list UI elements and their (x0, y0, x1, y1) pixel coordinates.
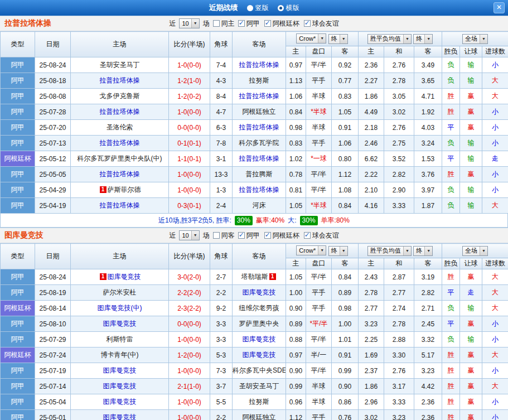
match-count-select[interactable]: 10▼ (179, 18, 199, 28)
europe-avg-select[interactable]: 胜平负均值▼ (367, 246, 412, 256)
layout-radio-option[interactable]: 横版 (278, 3, 299, 13)
match-date: 25-08-24 (35, 269, 71, 285)
europe-final-select[interactable]: 终▼ (413, 34, 433, 44)
asia-home-odds: 1.13 (286, 73, 306, 89)
summary-bar: 近10场,胜3平2负5, 胜率: 30% 赢率:40% 大: 30% 单率:80… (0, 214, 508, 228)
col-header-corner: 角球 (210, 244, 233, 269)
team-name: 图库曼竞技 (103, 413, 137, 420)
checkbox-icon[interactable] (213, 232, 220, 239)
filter-league[interactable]: 阿甲 (238, 19, 260, 28)
filter-games-label: 场 (203, 231, 210, 240)
filter-league[interactable]: 阿根廷杯 (264, 19, 299, 28)
checkbox-icon[interactable] (213, 20, 220, 27)
away-team-cell: 阿根廷独立 (233, 410, 286, 420)
team-name: 拉普拉塔体操 (239, 186, 279, 194)
europe-away-odds: 3.65 (414, 73, 442, 89)
match-date: 25-08-24 (35, 57, 71, 73)
europe-avg-select[interactable]: 胜平负均值▼ (367, 34, 412, 44)
home-team-cell: 1图库曼竞技 (71, 269, 169, 285)
asia-home-odds: 1.06 (286, 89, 306, 104)
home-team-cell: 拉普拉塔体操 (71, 104, 169, 120)
table-row: 阿根廷杯25-05-12科尔多瓦罗萨里奥中央队(中)1-1(0-1)3-1拉普拉… (1, 151, 508, 167)
filter-league[interactable]: 阿根廷杯 (264, 231, 299, 240)
odds-company-select[interactable]: Crow*▼ (296, 245, 326, 255)
asia-away-odds: 0.99 (332, 363, 359, 379)
scope-select[interactable]: 全场▼ (462, 246, 488, 256)
layout-option-label: 竖版 (255, 3, 269, 13)
europe-home-odds: 3.02 (359, 410, 384, 420)
filter-league[interactable]: 球会友谊 (304, 19, 339, 28)
result-wdl: 平 (442, 316, 460, 332)
europe-final-select[interactable]: 终▼ (413, 246, 433, 256)
summary-prefix: 近10场,胜3平2负5, 胜率: (158, 216, 231, 225)
result-handicap: 赢 (460, 167, 482, 182)
home-team-cell: 戈多伊克鲁斯 (71, 89, 169, 104)
score-cell: 1-0(0-0) (169, 363, 210, 379)
asia-away-odds: 1.12 (332, 167, 359, 182)
result-goals: 大 (482, 379, 508, 394)
filter-league[interactable]: 阿甲 (238, 231, 260, 240)
checkbox-icon[interactable] (264, 232, 271, 239)
away-team-cell: 图库曼竞技 (233, 285, 286, 301)
europe-away-odds: 2.82 (414, 285, 442, 301)
layout-switch: 竖版横版 (247, 3, 299, 13)
corner-cell: 4-7 (210, 104, 233, 120)
result-goals: 走 (482, 151, 508, 167)
chevron-down-icon: ▼ (318, 246, 326, 255)
subcol-europe-draw: 和 (384, 46, 414, 57)
match-count-select[interactable]: 10▼ (179, 230, 199, 240)
home-team-cell: 图库曼竞技 (71, 394, 169, 410)
filter-same-venue[interactable]: 同主 (213, 19, 235, 28)
checkbox-icon[interactable] (304, 20, 311, 27)
europe-draw-odds: 3.05 (384, 89, 414, 104)
result-handicap: 赢 (460, 89, 482, 104)
odds-final-select[interactable]: 终▼ (328, 246, 348, 256)
result-wdl: 胜 (442, 379, 460, 394)
asia-away-odds: 1.00 (332, 316, 359, 332)
europe-home-odds: 2.46 (359, 136, 384, 151)
match-type: 阿甲 (1, 410, 35, 420)
result-wdl: 负 (442, 198, 460, 214)
odds-final-select[interactable]: 终▼ (328, 34, 348, 44)
odds-company-value: Crow* (299, 35, 316, 42)
europe-home-odds: 2.37 (359, 363, 384, 379)
checkbox-icon[interactable] (264, 20, 271, 27)
scope-select[interactable]: 全场▼ (462, 34, 488, 44)
away-team-cell: 塔勒瑞斯1 (233, 269, 286, 285)
asia-away-odds: 0.91 (332, 347, 359, 363)
checkbox-icon[interactable] (304, 232, 311, 239)
sections-container: 拉普拉塔体操 近 10▼ 场 同主 阿甲阿根廷杯球会友谊 (0, 16, 508, 420)
asia-away-odds: 0.91 (332, 120, 359, 136)
away-team-cell: 阿根廷独立 (233, 104, 286, 120)
corner-cell: 8-4 (210, 89, 233, 104)
asia-home-odds: 1.00 (286, 285, 306, 301)
asia-away-odds: 0.92 (332, 57, 359, 73)
asia-home-odds: 1.05 (286, 269, 306, 285)
result-handicap: 赢 (460, 410, 482, 420)
filter-same-venue[interactable]: 同客 (213, 231, 235, 240)
europe-home-odds: 2.36 (359, 57, 384, 73)
close-button[interactable]: ✕ (494, 2, 505, 13)
checkbox-icon[interactable] (238, 232, 245, 239)
result-goals: 小 (482, 104, 508, 120)
result-goals: 大 (482, 285, 508, 301)
layout-radio-option[interactable]: 竖版 (247, 3, 269, 13)
subcol-result-goals: 进球数 (482, 46, 508, 57)
team-name: 戈多伊克鲁斯 (100, 92, 140, 100)
europe-draw-odds: 2.76 (384, 57, 414, 73)
subcol-handicap: 盘口 (306, 258, 332, 269)
result-goals: 大 (482, 269, 508, 285)
europe-home-odds: 4.16 (359, 198, 384, 214)
filter-league[interactable]: 球会友谊 (304, 231, 339, 240)
checkbox-icon[interactable] (238, 20, 245, 27)
europe-draw-odds: 2.76 (384, 120, 414, 136)
subcol-result-handicap: 让球 (460, 46, 482, 57)
match-type: 阿甲 (1, 379, 35, 394)
odds-company-select[interactable]: Crow*▼ (296, 33, 326, 44)
corner-cell: 2-2 (210, 285, 233, 301)
result-handicap: 输 (460, 57, 482, 73)
away-team-cell: 拉普拉塔体操 (233, 57, 286, 73)
asia-odds-header: Crow*▼ 终▼ (286, 32, 359, 46)
team-name: 塔勒瑞斯 (241, 273, 268, 281)
subcol-handicap: 盘口 (306, 46, 332, 57)
